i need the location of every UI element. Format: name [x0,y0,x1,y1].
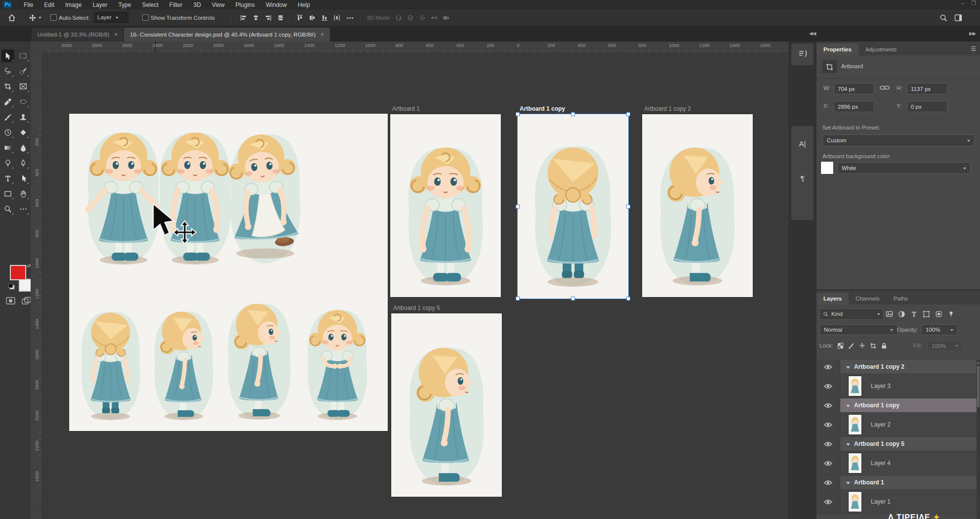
menu-item-window[interactable]: Window [260,0,292,9]
eraser-tool-icon[interactable] [17,126,30,139]
3d-orbit-icon[interactable] [395,14,402,21]
lasso-tool-icon[interactable] [1,65,14,78]
filter-pixel-layers-icon[interactable] [884,310,895,318]
visibility-eye-icon[interactable] [824,441,832,447]
gradient-tool-icon[interactable] [1,141,14,154]
selection-handle[interactable] [626,112,630,116]
more-tool-icon[interactable] [17,203,30,216]
artboard-1[interactable] [390,114,501,297]
width-field[interactable]: 704 px [834,83,874,94]
menu-item-file[interactable]: File [18,0,39,9]
frame-tool-icon[interactable] [17,80,30,93]
layer-group-row[interactable]: Artboard 1 copy 5 [817,437,980,451]
move-tool-icon[interactable] [1,49,14,62]
menu-item-type[interactable]: Type [113,0,136,9]
align-center-h-icon[interactable] [252,14,259,21]
visibility-eye-icon[interactable] [824,480,832,485]
marquee-tool-icon[interactable] [17,49,30,62]
document-tab-0[interactable]: Untitled-1 @ 33.3% (RGB/8)× [32,28,124,42]
height-field[interactable]: 1137 px [907,83,947,94]
layer-thumbnail[interactable] [848,453,862,474]
filter-adjustment-layers-icon[interactable] [896,310,907,318]
panel-menu-icon[interactable]: ☰ [971,45,976,52]
opacity-dropdown[interactable]: 100% [921,324,958,335]
pen-tool-icon[interactable] [17,157,30,170]
tab-layers[interactable]: Layers [817,293,849,304]
layer-row[interactable]: Layer 4 [817,451,980,476]
blend-mode-dropdown[interactable]: Normal [819,324,898,335]
distribute-h-icon[interactable] [333,14,340,21]
expand-chevron-icon[interactable] [846,443,850,448]
selection-handle[interactable] [626,297,630,301]
brush-settings-icon[interactable] [791,43,814,64]
align-left-icon[interactable] [240,14,247,21]
close-tab-icon[interactable]: × [114,31,118,38]
lock-position-icon[interactable] [859,343,865,349]
visibility-eye-icon[interactable] [824,422,832,428]
blur-tool-icon[interactable] [17,141,30,154]
more-options-icon[interactable]: ••• [347,15,354,21]
selection-handle[interactable] [571,297,575,301]
lock-all-icon[interactable] [881,343,887,349]
tab-adjustments[interactable]: Adjustments [858,43,903,55]
layer-thumbnail[interactable] [848,491,862,512]
horizontal-ruler[interactable]: 3000280026002400220020001800160014001200… [41,42,788,53]
selection-handle[interactable] [516,112,520,116]
layer-thumbnail[interactable] [848,414,862,435]
selection-handle[interactable] [571,112,575,116]
foreground-color-swatch[interactable] [10,265,26,280]
artboard-3[interactable] [642,114,753,297]
filter-pin-icon[interactable] [945,310,956,318]
selection-handle[interactable] [516,205,520,209]
workspace-switcher-icon[interactable] [954,9,962,26]
expand-chevron-icon[interactable] [846,405,850,409]
menu-item-layer[interactable]: Layer [87,0,113,9]
selection-handle[interactable] [516,297,520,301]
3d-pan-icon[interactable] [419,14,426,21]
artboard-label-3[interactable]: Artboard 1 copy 2 [644,105,691,112]
tab-properties[interactable]: Properties [817,43,858,55]
healing-tool-icon[interactable] [17,95,30,108]
menu-item-3d[interactable]: 3D [188,0,206,9]
rectangle-tool-icon[interactable] [1,187,14,200]
type-tool-icon[interactable] [1,172,14,185]
collapse-panels-icon[interactable]: ◀◀ [809,31,816,36]
history-brush-tool-icon[interactable] [1,126,14,139]
layers-scrollbar[interactable]: ▲ [977,360,980,519]
quick-mask-icon[interactable] [6,297,15,305]
artboard-bg-dropdown[interactable]: White [837,162,971,174]
menu-item-filter[interactable]: Filter [164,0,188,9]
filter-shape-layers-icon[interactable] [921,310,932,318]
menu-item-view[interactable]: View [206,0,230,9]
vertical-ruler[interactable]: 2004006008001000120014001600180020002200… [31,52,42,519]
artboard-bg-swatch[interactable] [820,161,834,174]
paragraph-panel-icon[interactable]: ¶ [791,161,814,195]
visibility-eye-icon[interactable] [824,403,832,408]
search-icon[interactable] [939,9,947,26]
window-controls[interactable]: –❐ [961,0,976,6]
layer-group-row[interactable]: Artboard 1 copy 2 [817,360,980,374]
document-tab-1[interactable]: 16- Consistent Character design.psd @ 40… [124,28,330,42]
3d-slide-icon[interactable] [431,14,438,21]
tab-channels[interactable]: Channels [849,293,887,304]
lock-paint-icon[interactable] [848,343,855,349]
align-top-icon[interactable] [296,14,303,21]
distribute-v-icon[interactable] [309,14,316,21]
clone-stamp-tool-icon[interactable] [17,111,30,124]
link-dimensions-icon[interactable] [880,85,890,91]
move-tool-preset-icon[interactable] [29,9,37,26]
artboard-label-1[interactable]: Artboard 1 [392,105,420,112]
layer-group-row[interactable]: Artboard 1 copy [817,398,980,413]
show-transform-controls-checkbox[interactable] [142,14,149,21]
expand-chevron-icon[interactable] [846,366,850,371]
lock-artboard-icon[interactable] [870,343,876,349]
expand-chevron-icon[interactable] [846,482,850,486]
fill-dropdown[interactable]: 100% [927,341,963,351]
quick-select-tool-icon[interactable] [17,65,30,78]
screen-mode-icon[interactable] [22,297,31,305]
y-field[interactable]: 0 px [907,101,947,112]
auto-select-target-dropdown[interactable]: Layer [94,12,128,23]
layer-row[interactable]: Layer 1 [817,490,980,514]
x-field[interactable]: 2896 px [834,101,874,112]
menu-item-plugins[interactable]: Plugins [230,0,260,9]
